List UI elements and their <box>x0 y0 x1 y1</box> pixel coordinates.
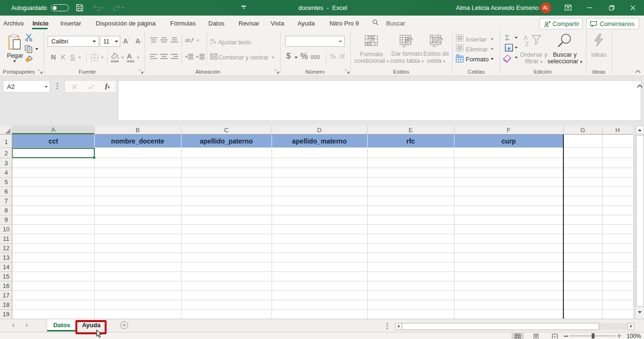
svg-text:Z: Z <box>525 41 528 48</box>
svg-text:c: c <box>210 41 212 45</box>
svg-text:.00: .00 <box>339 55 345 59</box>
svg-text:A: A <box>524 34 528 41</box>
svg-text:ab: ab <box>185 37 190 43</box>
